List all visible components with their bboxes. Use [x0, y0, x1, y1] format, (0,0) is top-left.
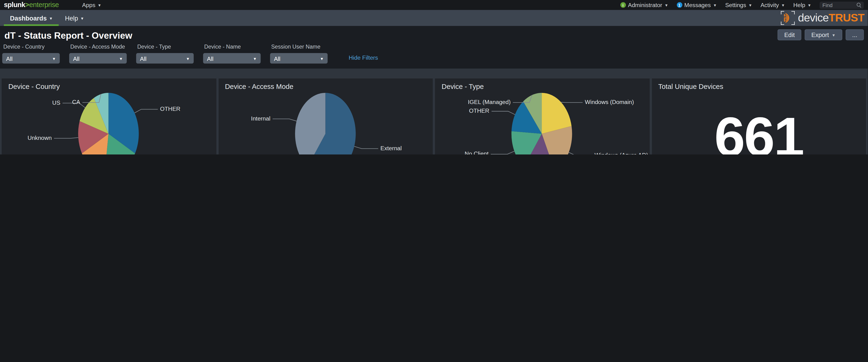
- filter-device-type-dropdown[interactable]: All▼: [136, 53, 194, 64]
- export-button[interactable]: Export▼: [805, 29, 842, 40]
- app-bar: Dashboards▼ Help▼ deviceTRUST: [0, 10, 868, 26]
- administrator-menu[interactable]: i Administrator▼: [620, 2, 668, 8]
- search-icon: [857, 3, 861, 7]
- top-bar: splunk>enterprise Apps▼ i Administrator▼…: [0, 0, 868, 10]
- apps-menu[interactable]: Apps▼: [82, 2, 101, 8]
- activity-label: Activity: [761, 2, 779, 8]
- messages-count-badge: 1: [677, 2, 682, 7]
- pie-label: OTHER: [160, 106, 180, 112]
- chevron-down-icon: ▼: [832, 33, 835, 37]
- panel-device-country: Device - Country OTHERNo ClientDEUnknown…: [2, 78, 216, 155]
- edit-button-label: Edit: [784, 32, 795, 38]
- panel-title: Device - Type: [435, 78, 649, 91]
- panel-device-access-mode: Device - Access Mode ExternalInternal: [218, 78, 433, 155]
- chevron-down-icon: ▼: [52, 57, 56, 60]
- messages-menu[interactable]: 1 Messages▼: [677, 2, 717, 8]
- more-actions-button[interactable]: ...: [845, 29, 864, 40]
- dropdown-value: All: [73, 55, 79, 62]
- chevron-down-icon: ▼: [713, 3, 717, 7]
- devicetrust-brand: deviceTRUST: [781, 10, 868, 26]
- pie-label-line: [134, 109, 158, 113]
- pie-label: IGEL (Managed): [468, 99, 510, 105]
- pie-label: External: [380, 145, 401, 152]
- devicetrust-fingerprint-icon: [781, 11, 795, 25]
- pie-label: Windows (Domain): [585, 99, 634, 105]
- pie-label-line: [491, 151, 515, 154]
- splunk-dashboard-app: splunk>enterprise Apps▼ i Administrator▼…: [0, 0, 868, 155]
- pie-label: Unknown: [28, 135, 52, 141]
- pie-label-line: [272, 119, 297, 121]
- more-actions-label: ...: [852, 32, 857, 38]
- chevron-down-icon: ▼: [253, 57, 257, 60]
- messages-label: Messages: [684, 2, 711, 8]
- pie-chart-device-country: OTHERNo ClientDEUnknownUSCA: [2, 91, 215, 155]
- filter-device-name-dropdown[interactable]: All▼: [203, 53, 260, 64]
- splunk-logo[interactable]: splunk>enterprise: [4, 1, 59, 9]
- panel-title: Device - Country: [2, 78, 216, 91]
- filter-device-name: Device - Name All▼: [203, 42, 260, 63]
- pie-label: Internal: [251, 115, 270, 122]
- filter-label: Device - Access Mode: [70, 44, 127, 50]
- pie-label: US: [52, 100, 60, 106]
- pie-label-line: [492, 111, 515, 114]
- find-placeholder: Find: [823, 2, 833, 8]
- tab-dashboards-label: Dashboards: [10, 14, 47, 21]
- panel-total-unique-devices: Total Unique Devices 661: [652, 78, 866, 155]
- filter-device-country: Device - Country All▼: [2, 42, 60, 63]
- apps-menu-label: Apps: [82, 2, 95, 8]
- chevron-down-icon: ▼: [80, 16, 84, 20]
- help-menu[interactable]: Help▼: [793, 2, 811, 8]
- filter-session-user-name: Session User Name All▼: [270, 42, 328, 63]
- panel-title: Total Unique Devices: [652, 78, 866, 91]
- brand-trust-text: TRUST: [829, 11, 864, 24]
- tab-dashboards[interactable]: Dashboards▼: [4, 10, 59, 26]
- pie-label-line: [54, 137, 79, 138]
- settings-menu[interactable]: Settings▼: [725, 2, 752, 8]
- info-icon: i: [620, 2, 626, 7]
- filter-label: Device - Name: [204, 44, 260, 50]
- pie-chart-device-access-mode: ExternalInternal: [218, 91, 432, 155]
- splunk-logo-gt: >: [25, 1, 29, 9]
- find-search-input[interactable]: Find: [819, 1, 864, 8]
- dropdown-value: All: [6, 55, 12, 62]
- dropdown-value: All: [140, 55, 146, 62]
- pie-label: Windows (Azure AD): [594, 152, 648, 155]
- hide-filters-link[interactable]: Hide Filters: [349, 54, 378, 61]
- pie-label: No Client: [465, 151, 488, 155]
- pie-label-line: [561, 102, 583, 103]
- filter-session-user-name-dropdown[interactable]: All▼: [270, 53, 328, 64]
- pie-label-line: [569, 152, 592, 155]
- filter-device-country-dropdown[interactable]: All▼: [2, 53, 60, 64]
- chevron-down-icon: ▼: [664, 3, 668, 7]
- dropdown-value: All: [207, 55, 213, 62]
- filter-device-access-mode-dropdown[interactable]: All▼: [69, 53, 127, 64]
- brand-device-text: device: [798, 11, 829, 24]
- chevron-down-icon: ▼: [781, 3, 785, 7]
- chevron-down-icon: ▼: [748, 3, 752, 7]
- help-label: Help: [793, 2, 805, 8]
- export-button-label: Export: [811, 32, 829, 38]
- chevron-down-icon: ▼: [49, 16, 53, 20]
- edit-button[interactable]: Edit: [778, 29, 801, 40]
- chevron-down-icon: ▼: [119, 57, 123, 60]
- filter-label: Session User Name: [271, 44, 328, 50]
- pie-label: CA: [72, 99, 80, 105]
- total-unique-devices-value: 661: [652, 93, 866, 155]
- filter-label: Device - Type: [137, 44, 193, 50]
- activity-menu[interactable]: Activity▼: [761, 2, 785, 8]
- filter-device-type: Device - Type All▼: [136, 42, 194, 63]
- filter-label: Device - Country: [3, 44, 60, 50]
- chevron-down-icon: ▼: [186, 57, 190, 60]
- pie-chart-device-type: Windows (Domain)Windows (Azure AD)macOSN…: [435, 91, 649, 155]
- settings-label: Settings: [725, 2, 746, 8]
- pie-label: OTHER: [469, 107, 489, 114]
- administrator-label: Administrator: [628, 2, 662, 8]
- pie-label-line: [354, 146, 378, 149]
- dropdown-value: All: [274, 55, 280, 62]
- tab-help-label: Help: [65, 14, 78, 21]
- chevron-down-icon: ▼: [320, 57, 323, 60]
- splunk-logo-product: enterprise: [29, 1, 59, 9]
- splunk-logo-text: splunk: [4, 1, 25, 9]
- tab-help[interactable]: Help▼: [59, 10, 90, 26]
- chevron-down-icon: ▼: [97, 3, 101, 7]
